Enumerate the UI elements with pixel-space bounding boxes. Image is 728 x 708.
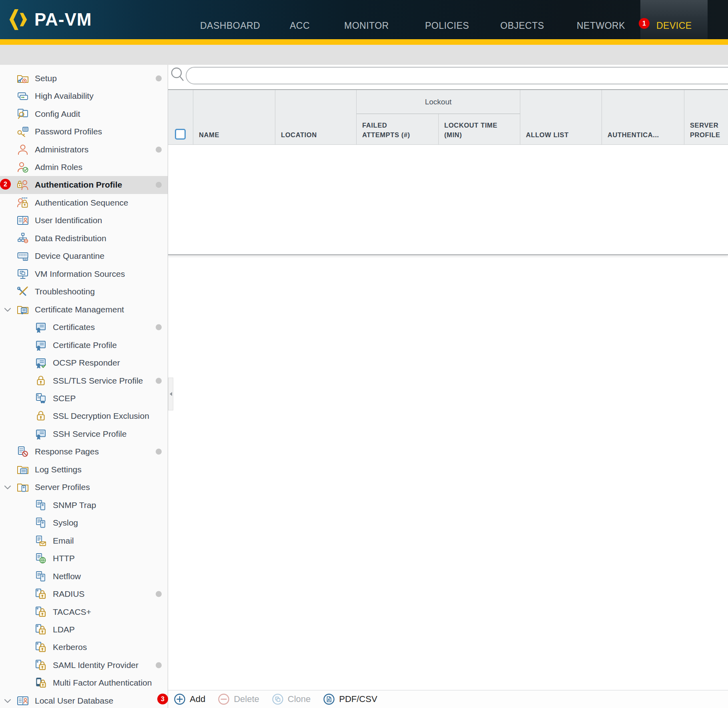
multi-factor-authentication-icon: [35, 677, 47, 689]
administrators-icon: [17, 144, 29, 156]
nav-item-network[interactable]: NETWORK: [577, 0, 625, 39]
sidebar-item-password-profiles[interactable]: Password Profiles: [0, 123, 168, 140]
sidebar-item-label: Syslog: [53, 518, 78, 528]
sidebar-item-ldap[interactable]: LDAP: [0, 621, 168, 638]
clone-button: Clone: [271, 693, 311, 706]
toolbar-button-label: Delete: [234, 694, 259, 704]
checkbox-column-header: [168, 114, 193, 145]
nav-item-label: DEVICE: [656, 20, 692, 31]
sidebar-item-authentication-profile[interactable]: Authentication Profile: [0, 176, 168, 194]
authentication-profile-icon: [17, 179, 29, 191]
column-header-authentica-[interactable]: AUTHENTICA...: [602, 114, 684, 145]
pdf-csv-button[interactable]: PDF/CSV: [323, 693, 377, 706]
nav-item-device[interactable]: DEVICE: [640, 0, 708, 39]
column-header-failed-attempts-[interactable]: FAILEDATTEMPTS (#): [357, 114, 439, 145]
column-header-server-profile[interactable]: SERVERPROFILE: [684, 114, 728, 145]
select-all-checkbox[interactable]: [175, 129, 186, 140]
column-header-name[interactable]: NAME: [193, 114, 275, 145]
sidebar-item-kerberos[interactable]: Kerberos: [0, 638, 168, 656]
lockout-group-header: Lockout: [357, 90, 520, 114]
kerberos-icon: [35, 641, 47, 653]
collapse-arrow-icon: [170, 392, 172, 396]
sidebar-item-label: VM Information Sources: [35, 269, 125, 279]
sidebar-item-scep[interactable]: SCEP: [0, 390, 168, 407]
sidebar-item-config-audit[interactable]: Config Audit: [0, 105, 168, 122]
chevron-down-icon[interactable]: [2, 696, 13, 706]
group-header-spacer: [684, 90, 728, 114]
sidebar-item-syslog[interactable]: Syslog: [0, 514, 168, 532]
sidebar-item-label: Data Redistribution: [35, 234, 106, 243]
sidebar-item-ssl-tls-service-profile[interactable]: SSL/TLS Service Profile: [0, 372, 168, 389]
sidebar-item-server-profiles[interactable]: Server Profiles: [0, 478, 168, 496]
column-header-label: ALLOW LIST: [526, 130, 569, 140]
sidebar-item-user-identification[interactable]: User Identification: [0, 212, 168, 229]
sidebar-item-ssh-service-profile[interactable]: SSH Service Profile: [0, 425, 168, 443]
nav-item-monitor[interactable]: MONITOR: [344, 0, 389, 39]
sidebar-item-netflow[interactable]: Netflow: [0, 567, 168, 585]
delete-icon: [217, 693, 230, 706]
sidebar-item-http[interactable]: HTTP: [0, 550, 168, 567]
sidebar-item-authentication-sequence[interactable]: Authentication Sequence: [0, 194, 168, 212]
column-header-lockout-time-min-[interactable]: LOCKOUT TIME(MIN): [439, 114, 520, 145]
sub-nav-strip: [0, 45, 728, 65]
sidebar-item-label: Kerberos: [53, 642, 87, 652]
user-identification-icon: [17, 214, 29, 226]
sidebar-item-label: Server Profiles: [35, 482, 90, 492]
sidebar-item-ssl-decryption-exclusion[interactable]: SSL Decryption Exclusion: [0, 407, 168, 425]
high-availability-icon: [17, 90, 29, 102]
sidebar-item-certificate-management[interactable]: Certificate Management: [0, 300, 168, 318]
sidebar-item-device-quarantine[interactable]: Device Quarantine: [0, 247, 168, 265]
response-pages-icon: [17, 446, 29, 458]
column-header-allow-list[interactable]: ALLOW LIST: [520, 114, 602, 145]
column-header-label: AUTHENTICA...: [608, 130, 659, 140]
sidebar-item-tacacs-[interactable]: TACACS+: [0, 603, 168, 620]
sidebar-item-saml-identity-provider[interactable]: SAML Identity Provider: [0, 656, 168, 674]
data-redistribution-icon: [17, 232, 29, 244]
sidebar-item-snmp-trap[interactable]: SNMP Trap: [0, 496, 168, 514]
vm-information-sources-icon: [17, 268, 29, 280]
log-settings-icon: [17, 464, 29, 476]
sidebar-item-email[interactable]: Email: [0, 532, 168, 549]
nav-item-acc[interactable]: ACC: [290, 0, 310, 39]
config-audit-icon: [17, 108, 29, 120]
nav-item-dashboard[interactable]: DASHBOARD: [200, 0, 260, 39]
toolbar-button-label: Clone: [288, 694, 311, 704]
item-status-dot: [156, 75, 162, 81]
chevron-down-icon[interactable]: [2, 482, 13, 492]
annotation-badge-2: 2: [0, 179, 11, 190]
device-quarantine-icon: [17, 250, 29, 262]
sidebar-item-setup[interactable]: Setup: [0, 70, 168, 87]
delete-button: Delete: [217, 693, 259, 706]
column-header-location[interactable]: LOCATION: [275, 114, 357, 145]
sidebar-item-troubleshooting[interactable]: Troubleshooting: [0, 283, 168, 300]
search-input[interactable]: [186, 67, 728, 84]
sidebar-item-high-availability[interactable]: High Availability: [0, 87, 168, 105]
sidebar-item-label: Password Profiles: [35, 127, 102, 136]
sidebar-item-log-settings[interactable]: Log Settings: [0, 461, 168, 478]
sidebar-item-local-user-database[interactable]: Local User Database: [0, 692, 168, 708]
sidebar-collapse-handle[interactable]: [168, 378, 173, 410]
item-status-dot: [156, 591, 162, 597]
item-status-dot: [156, 662, 162, 668]
sidebar-item-label: Netflow: [53, 572, 81, 581]
chevron-down-icon[interactable]: [2, 304, 13, 315]
sidebar-item-ocsp-responder[interactable]: OCSP Responder: [0, 354, 168, 372]
column-header-label: NAME: [199, 130, 219, 140]
sidebar-item-data-redistribution[interactable]: Data Redistribution: [0, 230, 168, 247]
sidebar-item-label: Log Settings: [35, 465, 82, 474]
sidebar-item-label: Config Audit: [35, 109, 80, 119]
authentication-sequence-icon: [17, 197, 29, 209]
sidebar-item-certificate-profile[interactable]: Certificate Profile: [0, 336, 168, 354]
sidebar-item-multi-factor-authentication[interactable]: Multi Factor Authentication: [0, 674, 168, 692]
sidebar-item-radius[interactable]: RADIUS: [0, 585, 168, 603]
add-button[interactable]: Add: [173, 693, 205, 706]
sidebar-item-administrators[interactable]: Administrators: [0, 140, 168, 158]
sidebar-item-label: Certificate Profile: [53, 340, 117, 350]
sidebar-item-vm-information-sources[interactable]: VM Information Sources: [0, 265, 168, 283]
sidebar-item-admin-roles[interactable]: Admin Roles: [0, 158, 168, 176]
sidebar-item-certificates[interactable]: Certificates: [0, 318, 168, 336]
nav-item-policies[interactable]: POLICIES: [425, 0, 469, 39]
column-header-label: FAILEDATTEMPTS (#): [362, 120, 410, 140]
nav-item-objects[interactable]: OBJECTS: [500, 0, 544, 39]
sidebar-item-response-pages[interactable]: Response Pages: [0, 443, 168, 460]
